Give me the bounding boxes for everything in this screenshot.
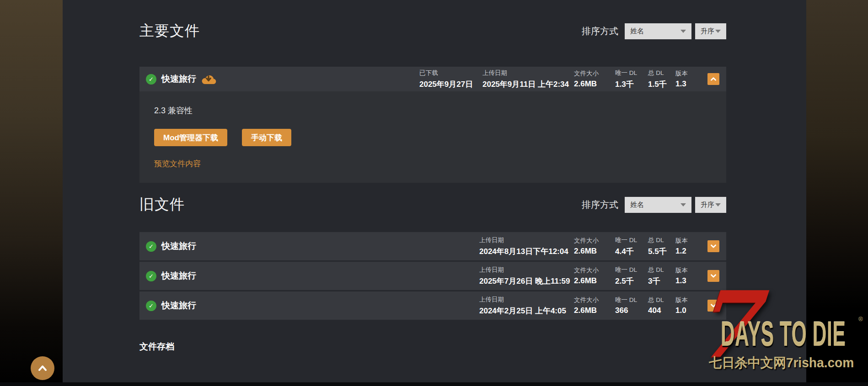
meta-value: 404 — [648, 306, 675, 315]
meta-label: 上传日期 — [482, 69, 574, 77]
meta-value: 4.4千 — [615, 246, 648, 257]
cloud-download-icon[interactable] — [201, 74, 216, 85]
preview-files-link[interactable]: 预览文件内容 — [154, 159, 201, 169]
meta-label: 文件大小 — [574, 296, 615, 304]
check-icon: ✓ — [146, 74, 156, 85]
meta-value: 2025年9月27日 — [419, 79, 482, 90]
file-name: 快速旅行 — [161, 300, 196, 312]
old-file-row[interactable]: ✓ 快速旅行 上传日期 2025年7月26日 晚上11:59 文件大小 2.6M… — [139, 262, 726, 290]
meta-unique-dl: 唯一 DL 2.5千 — [615, 266, 648, 286]
meta-upload-date: 上传日期 2024年2月25日 上午4:05 — [479, 296, 574, 316]
meta-label: 已下载 — [419, 69, 482, 77]
main-files-header: 主要文件 排序方式 姓名 升序 — [139, 21, 726, 41]
meta-label: 唯一 DL — [615, 69, 648, 77]
check-icon: ✓ — [146, 241, 156, 252]
meta-total-dl: 总 DL 1.5千 — [648, 69, 675, 90]
meta-label: 版本 — [675, 69, 698, 78]
meta-label: 唯一 DL — [615, 296, 648, 304]
sort-by-label: 排序方式 — [582, 199, 618, 211]
meta-label: 文件大小 — [574, 266, 615, 275]
logo-title-text: DAYS TO DIE — [721, 314, 846, 354]
meta-label: 唯一 DL — [615, 236, 648, 244]
old-files-header: 旧文件 排序方式 姓名 升序 — [139, 195, 726, 215]
main-files-title: 主要文件 — [139, 21, 200, 41]
meta-version: 版本 1.3 — [675, 69, 698, 89]
meta-upload-date: 上传日期 2024年8月13日下午12:04 — [479, 236, 574, 257]
meta-file-size: 文件大小 2.6MB — [574, 296, 615, 315]
sort-order-select[interactable]: 升序 — [695, 197, 726, 213]
meta-label: 版本 — [675, 266, 698, 275]
registered-mark: ® — [858, 316, 863, 323]
chevron-up-icon — [709, 74, 718, 84]
meta-unique-dl: 唯一 DL 4.4千 — [615, 236, 648, 257]
meta-value: 3千 — [648, 276, 675, 286]
meta-value: 2.5千 — [615, 276, 648, 286]
meta-value: 2.6MB — [574, 306, 615, 315]
meta-label: 文件大小 — [574, 237, 615, 245]
meta-value: 366 — [615, 306, 648, 315]
meta-value: 2025年7月26日 晚上11:59 — [479, 276, 574, 286]
meta-version: 版本 1.2 — [675, 237, 698, 256]
main-file-row[interactable]: ✓ 快速旅行 已下载 2025年9月27日 — [139, 67, 726, 91]
expand-button[interactable] — [707, 240, 719, 252]
manual-download-button[interactable]: 手动下载 — [242, 129, 291, 146]
game-logo: 7 DAYS TO DIE ® 七日杀中文网7risha.com — [688, 292, 867, 383]
meta-file-size: 文件大小 2.6MB — [574, 69, 615, 89]
sort-by-value: 姓名 — [630, 201, 644, 209]
file-name: 快速旅行 — [161, 240, 196, 252]
meta-file-size: 文件大小 2.6MB — [574, 266, 615, 286]
compatibility-text: 2.3 兼容性 — [154, 105, 712, 116]
meta-label: 唯一 DL — [615, 266, 648, 274]
old-sort-controls: 排序方式 姓名 升序 — [582, 197, 726, 213]
meta-version: 版本 1.3 — [675, 266, 698, 286]
meta-label: 总 DL — [648, 236, 675, 244]
back-to-top-button[interactable] — [31, 356, 54, 380]
meta-downloaded: 已下载 2025年9月27日 — [419, 69, 482, 90]
file-meta: 上传日期 2024年8月13日下午12:04 文件大小 2.6MB 唯一 DL … — [479, 236, 719, 257]
file-name: 快速旅行 — [161, 270, 196, 282]
check-icon: ✓ — [146, 301, 156, 311]
file-meta: 已下载 2025年9月27日 上传日期 2025年9月11日 上午2:34 文件… — [419, 69, 719, 90]
meta-value: 2.6MB — [574, 79, 615, 89]
meta-upload-date: 上传日期 2025年9月11日 上午2:34 — [482, 69, 574, 90]
meta-file-size: 文件大小 2.6MB — [574, 237, 615, 256]
meta-label: 文件大小 — [574, 69, 615, 78]
meta-label: 上传日期 — [479, 266, 574, 274]
main-file-card: ✓ 快速旅行 已下载 2025年9月27日 — [139, 67, 726, 183]
meta-total-dl: 总 DL 404 — [648, 296, 675, 315]
sort-order-value: 升序 — [701, 27, 714, 36]
meta-value: 5.5千 — [648, 246, 675, 257]
site-watermark: 七日杀中文网7risha.com — [709, 354, 854, 372]
meta-label: 总 DL — [648, 69, 675, 77]
collapse-button[interactable] — [707, 73, 719, 85]
meta-unique-dl: 唯一 DL 1.3千 — [615, 69, 648, 90]
file-name: 快速旅行 — [161, 73, 196, 85]
meta-value: 1.2 — [675, 247, 698, 256]
page: 主要文件 排序方式 姓名 升序 ✓ 快速旅行 — [0, 0, 868, 386]
sort-by-label: 排序方式 — [582, 25, 618, 37]
meta-value: 2024年2月25日 上午4:05 — [479, 306, 574, 316]
check-icon: ✓ — [146, 271, 156, 281]
meta-value: 2025年9月11日 上午2:34 — [482, 79, 574, 90]
sort-by-select[interactable]: 姓名 — [625, 23, 691, 39]
file-meta: 上传日期 2025年7月26日 晚上11:59 文件大小 2.6MB 唯一 DL… — [479, 266, 719, 286]
chevron-down-icon — [680, 30, 686, 33]
chevron-down-icon — [709, 242, 718, 251]
old-file-row[interactable]: ✓ 快速旅行 上传日期 2024年8月13日下午12:04 文件大小 2.6MB… — [139, 232, 726, 260]
meta-label: 版本 — [675, 237, 698, 245]
file-details-panel: 2.3 兼容性 Mod管理器下载 手动下载 预览文件内容 — [139, 91, 726, 183]
old-file-row[interactable]: ✓ 快速旅行 上传日期 2024年2月25日 上午4:05 文件大小 2.6MB… — [139, 291, 726, 320]
file-meta: 上传日期 2024年2月25日 上午4:05 文件大小 2.6MB 唯一 DL … — [479, 296, 719, 316]
meta-upload-date: 上传日期 2025年7月26日 晚上11:59 — [479, 266, 574, 286]
meta-label: 总 DL — [648, 266, 675, 274]
sort-order-select[interactable]: 升序 — [695, 23, 726, 39]
meta-value: 1.3 — [675, 276, 698, 286]
chevron-up-icon — [37, 362, 48, 374]
meta-label: 总 DL — [648, 296, 675, 304]
mod-manager-download-button[interactable]: Mod管理器下载 — [154, 129, 227, 146]
meta-label: 上传日期 — [479, 236, 574, 244]
meta-value: 2024年8月13日下午12:04 — [479, 246, 574, 257]
chevron-down-icon — [680, 203, 686, 206]
sort-by-select[interactable]: 姓名 — [625, 197, 691, 213]
meta-total-dl: 总 DL 5.5千 — [648, 236, 675, 257]
